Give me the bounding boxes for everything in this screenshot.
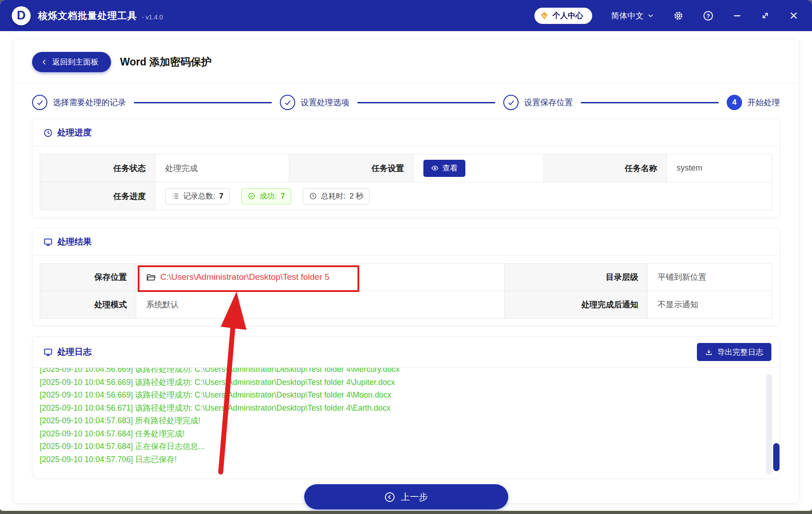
log-line: [2025-09-10 10:04:56.669] 该路径处理成功: C:\Us… xyxy=(40,368,752,376)
save-location-path[interactable]: C:\Users\Administrator\Desktop\Test fold… xyxy=(160,272,329,282)
dir-level-label: 目录层级 xyxy=(505,264,647,291)
language-selector[interactable]: 简体中文 xyxy=(611,10,654,21)
log-line: [2025-09-10 10:04:56.669] 该路径处理成功: C:\Us… xyxy=(40,389,752,402)
task-settings-label: 任务设置 xyxy=(289,154,413,182)
clock-icon xyxy=(309,192,317,200)
task-status-value: 处理完成 xyxy=(155,154,289,182)
language-label: 简体中文 xyxy=(611,10,644,21)
main-card: 返回到主面板 Word 添加密码保护 选择需要处理的记录 设置处理选项 xyxy=(13,39,799,504)
user-center-label: 个人中心 xyxy=(552,10,583,21)
folder-icon xyxy=(146,273,156,282)
list-icon xyxy=(172,192,179,200)
page-title: Word 添加密码保护 xyxy=(120,55,212,69)
chevron-down-icon xyxy=(647,12,654,19)
step-select-records: 选择需要处理的记录 xyxy=(32,95,126,110)
step-check-icon xyxy=(280,95,295,110)
close-button[interactable] xyxy=(789,11,798,20)
step-check-icon xyxy=(503,95,519,110)
vip-diamond-icon xyxy=(540,11,549,20)
check-circle-icon xyxy=(248,192,255,200)
arrow-left-circle-icon xyxy=(384,491,395,503)
app-window: D 核烁文档批量处理工具 - v1.4.0 个人中心 简体中文 xyxy=(0,0,812,511)
wizard-stepper: 选择需要处理的记录 设置处理选项 设置保存位置 xyxy=(32,91,780,114)
export-button-label: 导出完整日志 xyxy=(717,347,763,357)
process-mode-value: 系统默认 xyxy=(136,291,504,318)
view-icon xyxy=(431,164,439,172)
records-count-badge: 记录总数: 7 xyxy=(165,188,230,204)
export-log-button[interactable]: 导出完整日志 xyxy=(697,343,771,361)
task-name-value: system xyxy=(667,154,772,182)
monitor-icon xyxy=(43,347,53,357)
download-icon xyxy=(705,348,713,356)
desktop-background xyxy=(0,511,812,514)
clock-icon xyxy=(43,128,53,138)
step-check-icon xyxy=(32,95,47,110)
step-connector xyxy=(357,102,495,103)
notify-value: 不显示通知 xyxy=(648,291,772,318)
log-line: [2025-09-10 10:04:56.671] 该路径处理成功: C:\Us… xyxy=(40,402,752,415)
page-header: 返回到主面板 Word 添加密码保护 xyxy=(13,39,799,83)
maximize-button[interactable] xyxy=(761,11,770,20)
minimize-button[interactable] xyxy=(733,11,742,20)
section-title: 处理进度 xyxy=(57,127,92,139)
step-process-options: 设置处理选项 xyxy=(280,95,349,110)
view-button-label: 查看 xyxy=(442,163,458,173)
log-line: [2025-09-10 10:04:57.706] 日志已保存! xyxy=(40,453,752,466)
settings-gear-icon[interactable] xyxy=(673,10,684,21)
log-viewport[interactable]: [2025-09-10 10:04:56.669] 该路径处理成功: C:\Us… xyxy=(32,368,780,478)
app-logo: D xyxy=(12,6,31,25)
log-line: [2025-09-10 10:04:56.669] 该路径处理成功: C:\Us… xyxy=(40,376,752,389)
app-title: 核烁文档批量处理工具 xyxy=(38,9,137,22)
step-connector xyxy=(134,102,272,103)
log-scrollbar-thumb[interactable] xyxy=(773,443,780,471)
progress-section: 处理进度 任务状态 处理完成 任务设置 查看 xyxy=(32,119,780,218)
help-icon[interactable]: ? xyxy=(703,10,714,21)
step-connector xyxy=(581,102,719,103)
task-name-label: 任务名称 xyxy=(544,154,666,182)
svg-text:?: ? xyxy=(706,12,710,19)
log-line: [2025-09-10 10:04:57.684] 任务处理完成! xyxy=(40,427,752,440)
titlebar: D 核烁文档批量处理工具 - v1.4.0 个人中心 简体中文 xyxy=(0,0,812,31)
log-scrollbar-track[interactable] xyxy=(766,374,772,475)
back-to-dashboard-button[interactable]: 返回到主面板 xyxy=(32,52,111,72)
notify-label: 处理完成后通知 xyxy=(505,291,647,318)
user-center-button[interactable]: 个人中心 xyxy=(534,8,592,24)
dir-level-value: 平铺到新位置 xyxy=(648,264,772,291)
step-save-location: 设置保存位置 xyxy=(503,95,573,110)
section-title: 处理结果 xyxy=(57,236,92,248)
elapsed-time-badge: 总耗时: 2 秒 xyxy=(303,188,370,204)
process-mode-label: 处理模式 xyxy=(40,291,136,318)
log-line: [2025-09-10 10:04:57.684] 正在保存日志信息... xyxy=(40,440,752,453)
task-progress-label: 任务进度 xyxy=(40,182,155,210)
chevron-left-icon xyxy=(41,59,48,65)
view-task-settings-button[interactable]: 查看 xyxy=(423,160,465,177)
step-start-processing: 4 开始处理 xyxy=(727,95,780,110)
previous-step-button[interactable]: 上一步 xyxy=(304,484,508,509)
log-section: 处理日志 导出完整日志 [2025-09-10 10:04:56.669] 该路… xyxy=(32,336,780,479)
success-count-badge: 成功: 7 xyxy=(241,188,291,204)
app-version: - v1.4.0 xyxy=(142,14,163,21)
log-line: [2025-09-10 10:04:57.683] 所有路径处理完成! xyxy=(40,414,752,427)
prev-button-label: 上一步 xyxy=(401,491,428,503)
save-location-label: 保存位置 xyxy=(40,264,136,291)
task-status-label: 任务状态 xyxy=(40,154,155,182)
step-number-badge: 4 xyxy=(727,95,742,110)
monitor-icon xyxy=(43,237,53,247)
back-button-label: 返回到主面板 xyxy=(52,57,98,67)
result-section: 处理结果 保存位置 C:\Users\Administrator\Desktop… xyxy=(32,228,780,326)
section-title: 处理日志 xyxy=(57,346,92,358)
